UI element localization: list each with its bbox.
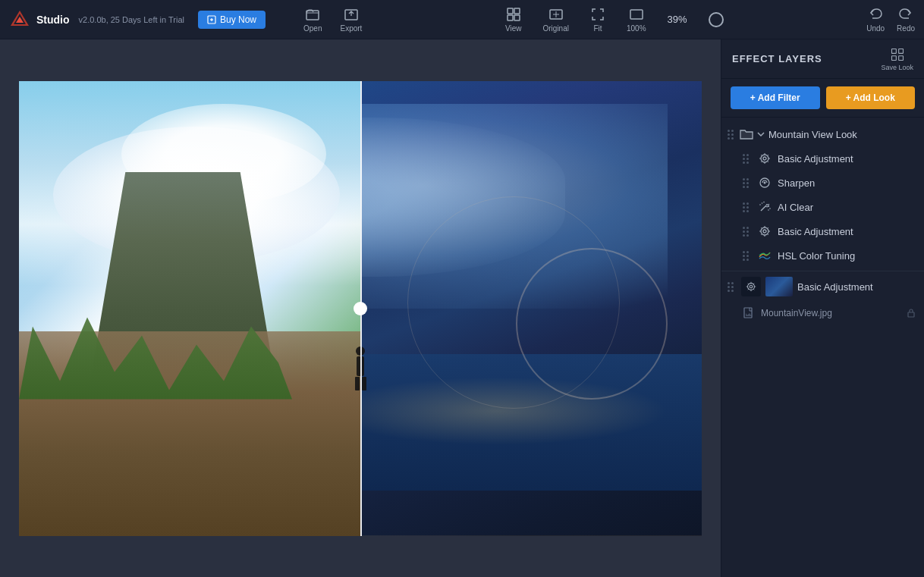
buy-now-button[interactable]: Buy Now: [198, 11, 266, 29]
layer-thumbnail: [765, 277, 793, 296]
topbar-tools: Open Export: [303, 7, 362, 33]
gear-icon-2: [758, 224, 772, 238]
svg-point-29: [763, 230, 766, 233]
standalone-layer[interactable]: Basic Adjustment: [721, 271, 924, 302]
layer-drag-handle[interactable]: [743, 178, 749, 188]
save-look-icon: [890, 47, 905, 62]
svg-point-27: [769, 208, 771, 209]
svg-point-19: [763, 157, 766, 160]
open-tool[interactable]: Open: [303, 7, 322, 33]
svg-point-31: [750, 285, 753, 288]
group-name: Mountain View Look: [768, 129, 857, 140]
panel-header: EFFECT LAYERS Save Look: [721, 39, 924, 79]
svg-rect-14: [891, 49, 896, 53]
effect-layers-title: EFFECT LAYERS: [732, 53, 822, 64]
layer-name-basic-adj-2: Basic Adjustment: [778, 226, 853, 237]
layer-item-basic-adj-1[interactable]: Basic Adjustment: [721, 146, 924, 171]
compare-tool[interactable]: [709, 12, 724, 27]
original-icon: [548, 7, 564, 22]
svg-rect-8: [508, 8, 513, 14]
standalone-drag-handle[interactable]: [728, 282, 734, 292]
layer-group-header[interactable]: Mountain View Look: [721, 122, 924, 146]
layer-item-sharpen[interactable]: Sharpen: [721, 171, 924, 195]
svg-point-23: [762, 202, 763, 204]
export-icon: [344, 7, 359, 22]
zoom-tool[interactable]: 100%: [627, 7, 646, 33]
divider-handle[interactable]: [354, 302, 367, 315]
fit-icon: [590, 7, 605, 22]
group-drag-handle[interactable]: [728, 130, 734, 140]
zoom-percent-display: 39%: [668, 14, 687, 25]
add-look-button[interactable]: + Add Look: [826, 86, 916, 109]
lens-flare-outer: [407, 196, 620, 409]
original-label: Original: [542, 24, 568, 33]
view-label: View: [505, 24, 522, 33]
sharpen-icon: [758, 176, 772, 190]
export-label: Export: [340, 24, 362, 33]
file-name: MountainView.jpg: [761, 308, 832, 318]
layer-name-basic-adj-1: Basic Adjustment: [778, 153, 853, 165]
wand-icon: [758, 200, 772, 214]
right-panel: EFFECT LAYERS Save Look + Add Filter + A…: [721, 39, 924, 577]
redo-button[interactable]: Redo: [897, 7, 915, 33]
undo-button[interactable]: Undo: [866, 7, 885, 33]
save-look-button[interactable]: Save Look: [881, 47, 913, 71]
redo-icon: [898, 7, 913, 22]
svg-rect-16: [891, 55, 896, 60]
image-file-icon: [743, 307, 755, 319]
layers-list: Mountain View Look Basic Adjustment: [721, 118, 924, 577]
main-content: EFFECT LAYERS Save Look + Add Filter + A…: [0, 39, 924, 577]
layer-name-hsl: HSL Color Tuning: [778, 250, 855, 262]
svg-rect-15: [898, 49, 903, 53]
svg-line-22: [761, 206, 765, 211]
svg-rect-33: [908, 312, 914, 317]
add-buttons-row: + Add Filter + Add Look: [721, 79, 924, 118]
svg-point-26: [768, 209, 769, 211]
canvas-area: [0, 39, 721, 577]
topbar: Studio v2.0.0b, 25 Days Left in Trial Bu…: [0, 0, 924, 39]
undo-label: Undo: [866, 24, 885, 33]
topbar-center: View Original Fit 100% 39%: [362, 7, 866, 33]
layer-item-hsl[interactable]: HSL Color Tuning: [721, 243, 924, 268]
view-tool[interactable]: View: [505, 7, 522, 33]
app-logo-icon: [9, 9, 30, 30]
image-container: [19, 81, 702, 536]
svg-rect-13: [630, 10, 643, 19]
folder-icon: [740, 127, 753, 141]
hsl-icon: [758, 249, 772, 262]
app-name: Studio: [36, 14, 70, 26]
export-tool[interactable]: Export: [340, 7, 362, 33]
buy-now-label: Buy Now: [220, 14, 256, 25]
layer-name-sharpen: Sharpen: [778, 177, 815, 189]
chevron-down-icon: [756, 130, 765, 139]
svg-point-21: [764, 182, 766, 184]
open-label: Open: [303, 24, 322, 33]
standalone-gear-icon: [745, 281, 757, 293]
layer-item-basic-adj-2[interactable]: Basic Adjustment: [721, 219, 924, 243]
app-version: v2.0.0b, 25 Days Left in Trial: [79, 15, 184, 24]
svg-rect-10: [508, 15, 513, 20]
svg-rect-32: [744, 308, 752, 318]
standalone-layer-icon-container: [741, 277, 761, 296]
add-filter-button[interactable]: + Add Filter: [731, 86, 820, 109]
original-tool[interactable]: Original: [542, 7, 568, 33]
layer-drag-handle[interactable]: [743, 251, 749, 261]
svg-rect-9: [514, 8, 520, 14]
svg-rect-6: [306, 11, 319, 20]
svg-rect-17: [898, 55, 903, 60]
undo-icon: [868, 7, 883, 22]
layer-item-ai-clear[interactable]: AI Clear: [721, 195, 924, 219]
zoom-label: 100%: [627, 24, 646, 33]
zoom-icon: [629, 7, 644, 22]
layer-name-ai-clear: AI Clear: [778, 202, 813, 213]
layer-drag-handle[interactable]: [743, 202, 749, 212]
fit-label: Fit: [593, 24, 602, 33]
layer-drag-handle[interactable]: [743, 154, 749, 164]
layer-drag-handle[interactable]: [743, 227, 749, 237]
open-icon: [305, 7, 320, 22]
fit-tool[interactable]: Fit: [590, 7, 605, 33]
lock-icon: [906, 308, 916, 318]
gear-icon: [758, 152, 772, 165]
file-row: MountainView.jpg: [721, 302, 924, 325]
standalone-layer-name: Basic Adjustment: [797, 281, 873, 293]
